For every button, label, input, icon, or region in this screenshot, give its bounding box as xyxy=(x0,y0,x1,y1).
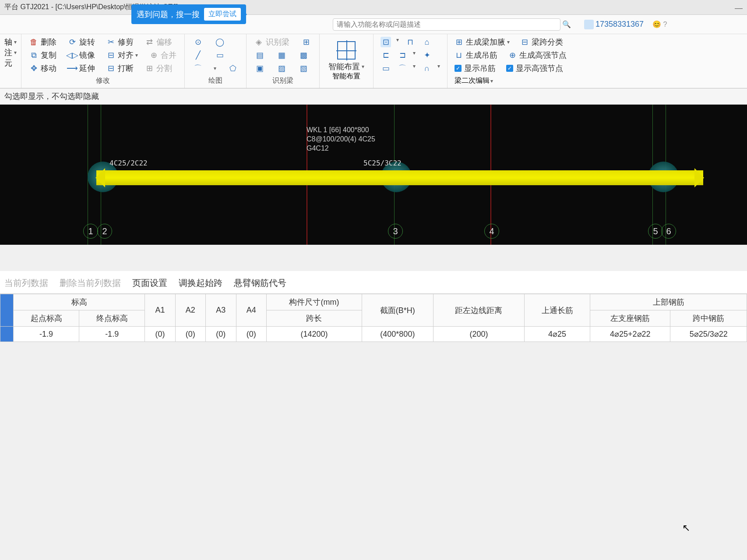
col-midspan: 跨中钢筋 xyxy=(670,310,747,327)
search-icon[interactable]: 🔍 xyxy=(562,20,571,28)
rect-tool-icon[interactable]: ▭ xyxy=(215,50,225,60)
help-icon[interactable]: 😊 ? xyxy=(652,20,667,28)
col-dist: 距左边线距离 xyxy=(433,294,524,327)
rebar-label-left: 4C25/2C22 xyxy=(109,159,148,167)
line-tool-icon[interactable]: ╱ xyxy=(193,50,203,60)
draw-group: ⊙ ◯ ╱ ▭ ⌒▾ ⬠ 绘图 xyxy=(185,34,247,88)
split-icon: ⊞ xyxy=(145,64,154,73)
break-button[interactable]: ⊟打断 xyxy=(106,63,134,74)
offset-icon: ⇄ xyxy=(145,38,154,46)
beam-annotation: WKL 1 [66] 400*800 C8@100/200(4) 4C25 G4… xyxy=(307,126,375,153)
recog-opt1-icon[interactable]: ⊞ xyxy=(301,37,311,47)
copy-button[interactable]: ⧉复制 xyxy=(29,50,56,60)
cell-topbar[interactable]: 4⌀25 xyxy=(525,327,590,342)
split-button[interactable]: ⊞分割 xyxy=(145,63,172,74)
mirror-button[interactable]: ◁▷镜像 xyxy=(68,50,95,60)
tool-a2-icon[interactable]: ⊓ xyxy=(405,37,416,47)
cant-code-button[interactable]: 悬臂钢筋代号 xyxy=(234,277,286,289)
align-icon: ⊟ xyxy=(106,51,115,60)
tool-b3-icon[interactable]: ✦ xyxy=(422,50,432,60)
col-a4: A4 xyxy=(236,294,266,327)
cell-span[interactable]: (14200) xyxy=(267,327,362,342)
search-input[interactable] xyxy=(333,18,560,31)
note-menu[interactable]: 注▾ xyxy=(4,47,17,58)
trim-button[interactable]: ✂修剪 xyxy=(106,37,134,47)
col-span: 跨长 xyxy=(267,310,362,327)
viewport[interactable]: WKL 1 [66] 400*800 C8@100/200(4) 4C25 G4… xyxy=(0,105,747,245)
cur-col-button[interactable]: 当前列数据 xyxy=(4,277,48,289)
cell-dist[interactable]: (200) xyxy=(433,327,524,342)
recog-opt7-icon[interactable]: ▧ xyxy=(298,63,309,74)
cell-a4[interactable]: (0) xyxy=(236,327,266,342)
col-upper: 上部钢筋 xyxy=(590,294,747,310)
cell-midspan[interactable]: 5⌀25/3⌀22 xyxy=(670,327,747,342)
align-button[interactable]: ⊟对齐▾ xyxy=(106,50,138,60)
beam-element[interactable] xyxy=(96,170,703,185)
cell-end[interactable]: -1.9 xyxy=(79,327,145,342)
tip-try-button[interactable]: 立即尝试 xyxy=(204,8,241,21)
offset-button[interactable]: ⇄偏移 xyxy=(145,37,172,47)
smart-layout-button[interactable]: 智能布置▾ xyxy=(328,61,364,72)
recog-opt6-icon[interactable]: ▨ xyxy=(276,63,287,74)
delete-button[interactable]: 🗑删除 xyxy=(29,37,56,47)
cell-start[interactable]: -1.9 xyxy=(14,327,79,342)
elem-menu[interactable]: 元 xyxy=(4,58,17,68)
gen-hsnode-button[interactable]: ⊕生成高强节点 xyxy=(508,50,567,60)
axis-marker: 2 xyxy=(97,224,112,239)
info-bar: 勾选即显示，不勾选即隐藏 xyxy=(0,88,747,105)
recog-opt2-icon[interactable]: ▤ xyxy=(254,50,265,60)
minimize-icon[interactable]: — xyxy=(735,4,743,13)
swap-span-button[interactable]: 调换起始跨 xyxy=(179,277,222,289)
span-class-button[interactable]: ⊟梁跨分类 xyxy=(520,37,563,47)
cell-a2[interactable]: (0) xyxy=(175,327,205,342)
col-section: 截面(B*H) xyxy=(362,294,433,327)
ribbon: 轴▾ 注▾ 元 🗑删除 ⟳旋转 ✂修剪 ⇄偏移 ⧉复制 ◁▷镜像 ⊟对齐▾ ⊕合… xyxy=(0,34,747,88)
axis-menu[interactable]: 轴▾ xyxy=(4,37,17,47)
node-icon: ⊕ xyxy=(508,51,517,60)
draw-label: 绘图 xyxy=(193,76,238,85)
del-col-button[interactable]: 删除当前列数据 xyxy=(60,277,121,289)
tool-c2-icon[interactable]: ⌒ xyxy=(397,63,408,74)
row-selector[interactable] xyxy=(0,294,14,327)
break-icon: ⊟ xyxy=(106,64,115,73)
account-info[interactable]: 17358331367 xyxy=(584,20,644,29)
arc-tool-icon[interactable]: ⌒ xyxy=(193,63,203,74)
recog-opt5-icon[interactable]: ▣ xyxy=(254,63,265,74)
extend-button[interactable]: ⟶延伸 xyxy=(68,63,95,74)
merge-button[interactable]: ⊕合并 xyxy=(149,50,176,60)
trim-icon: ✂ xyxy=(106,38,115,46)
rotate-button[interactable]: ⟳旋转 xyxy=(68,37,95,47)
cell-a1[interactable]: (0) xyxy=(145,327,175,342)
tool-a1-icon[interactable]: ⊡ xyxy=(381,37,391,47)
tool-c3-icon[interactable]: ∩ xyxy=(422,63,432,74)
tool-b2-icon[interactable]: ⊐ xyxy=(397,50,408,60)
recog-opt4-icon[interactable]: ▩ xyxy=(298,50,309,60)
cell-section[interactable]: (400*800) xyxy=(362,327,433,342)
cell-leftsup[interactable]: 4⌀25+2⌀22 xyxy=(590,327,670,342)
cell-a3[interactable]: (0) xyxy=(206,327,236,342)
copy-icon: ⧉ xyxy=(29,51,38,60)
recog-opt3-icon[interactable]: ▦ xyxy=(276,50,287,60)
row-selector[interactable] xyxy=(0,327,14,342)
tool-b1-icon[interactable]: ⊏ xyxy=(381,50,391,60)
shape-tool-icon[interactable]: ⬠ xyxy=(228,63,238,74)
smart-layout-icon[interactable] xyxy=(337,41,356,60)
col-leftsup: 左支座钢筋 xyxy=(590,310,670,327)
axis-marker: 6 xyxy=(661,224,676,239)
point-tool-icon[interactable]: ⊙ xyxy=(193,37,203,47)
page-set-button[interactable]: 页面设置 xyxy=(132,277,167,289)
show-hanger-check[interactable]: ✓显示吊筋 xyxy=(455,63,496,74)
circle-tool-icon[interactable]: ◯ xyxy=(215,37,225,47)
trash-icon: 🗑 xyxy=(29,38,38,46)
tool-a3-icon[interactable]: ⌂ xyxy=(422,37,432,47)
table-row[interactable]: -1.9 -1.9 (0) (0) (0) (0) (14200) (400*8… xyxy=(0,327,747,342)
tool-c1-icon[interactable]: ▭ xyxy=(381,63,391,74)
gen-hanger-button[interactable]: ⊔生成吊筋 xyxy=(455,50,497,60)
recognize-beam-button[interactable]: ◈识别梁 xyxy=(254,37,289,47)
show-hsnode-check[interactable]: ✓显示高强节点 xyxy=(506,63,563,74)
move-button[interactable]: ✥移动 xyxy=(29,63,56,74)
move-icon: ✥ xyxy=(29,64,38,73)
checkbox-icon: ✓ xyxy=(506,65,513,72)
gen-waist-button[interactable]: ⊞生成梁加腋▾ xyxy=(455,37,510,47)
col-a3: A3 xyxy=(206,294,236,327)
